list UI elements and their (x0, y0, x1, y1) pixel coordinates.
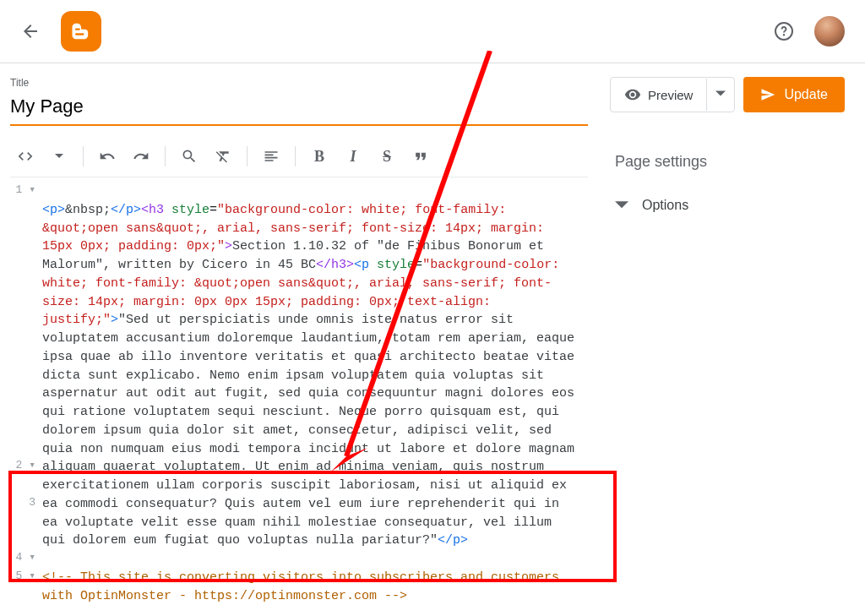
format-clear-icon (215, 148, 231, 165)
toolbar-separator (83, 146, 84, 166)
toolbar-separator (165, 146, 166, 166)
align-button[interactable] (256, 141, 286, 172)
search-button[interactable] (174, 141, 204, 172)
main-column: Title (10, 77, 588, 616)
header-left (20, 11, 101, 52)
help-button[interactable] (774, 21, 794, 41)
undo-button[interactable] (92, 141, 122, 172)
user-avatar[interactable] (814, 16, 845, 46)
side-column: Preview Update Page settings Options (608, 77, 845, 616)
app-header (0, 0, 865, 63)
chevron-down-icon (615, 199, 628, 212)
bold-icon: B (314, 148, 324, 166)
back-button[interactable] (20, 21, 41, 41)
bold-button[interactable]: B (304, 141, 335, 172)
view-toggle-button[interactable] (10, 141, 41, 172)
strikethrough-icon: S (383, 148, 391, 166)
italic-button[interactable]: I (338, 141, 368, 172)
undo-icon (99, 148, 116, 165)
options-row[interactable]: Options (608, 191, 845, 220)
arrow-left-icon (20, 21, 41, 41)
eye-icon (624, 86, 641, 103)
toolbar-separator (295, 146, 296, 166)
preview-dropdown[interactable] (706, 79, 734, 111)
action-buttons: Preview Update (608, 77, 845, 112)
update-button[interactable]: Update (743, 77, 845, 112)
search-icon (181, 148, 198, 165)
blogger-icon (69, 19, 93, 43)
content-area: Title (0, 63, 865, 616)
caret-down-icon (715, 89, 726, 99)
options-label: Options (642, 198, 688, 213)
italic-icon: I (350, 148, 356, 166)
quote-button[interactable] (405, 141, 436, 172)
html-editor[interactable]: 1 ▾ 2 ▾ 3 4 ▾ 5 ▾ <p>&nbsp;</p><h3 style… (10, 177, 588, 616)
align-left-icon (263, 148, 280, 165)
editor-gutter: 1 ▾ 2 ▾ 3 4 ▾ 5 ▾ (10, 177, 42, 616)
title-label: Title (10, 77, 588, 89)
help-icon (774, 21, 794, 41)
code-icon (17, 148, 34, 165)
header-right (774, 16, 845, 46)
page-settings-heading: Page settings (608, 136, 845, 184)
blogger-logo[interactable] (61, 11, 101, 52)
editor-toolbar: B I S (10, 136, 588, 177)
redo-button[interactable] (126, 141, 156, 172)
send-icon (760, 87, 775, 102)
toolbar-separator (247, 146, 248, 166)
strikethrough-button[interactable]: S (372, 141, 402, 172)
preview-button[interactable]: Preview (611, 78, 706, 112)
title-input[interactable] (10, 92, 588, 126)
view-toggle-dropdown[interactable] (44, 141, 74, 172)
quote-icon (412, 148, 429, 165)
redo-icon (133, 148, 150, 165)
update-label: Update (784, 87, 828, 102)
preview-label: Preview (648, 88, 693, 102)
format-clear-button[interactable] (208, 141, 238, 172)
caret-down-icon (55, 152, 63, 161)
preview-button-group: Preview (610, 77, 735, 112)
editor-code[interactable]: <p>&nbsp;</p><h3 style="background-color… (42, 177, 588, 616)
